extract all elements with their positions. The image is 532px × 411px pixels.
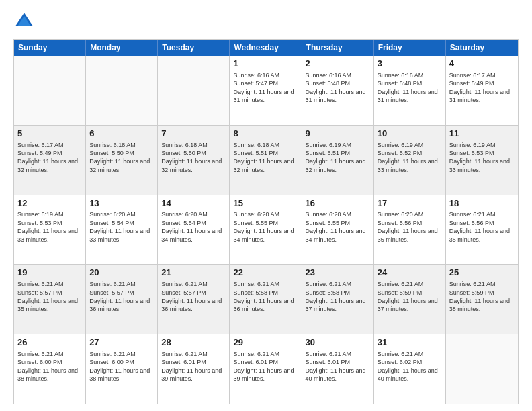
- calendar-week: 19Sunrise: 6:21 AMSunset: 5:57 PMDayligh…: [14, 265, 518, 334]
- cell-info: Sunrise: 6:21 AMSunset: 6:00 PMDaylight:…: [17, 351, 78, 382]
- cell-info: Sunrise: 6:20 AMSunset: 5:54 PMDaylight:…: [89, 211, 150, 242]
- day-number: 18: [449, 198, 515, 210]
- cell-info: Sunrise: 6:18 AMSunset: 5:50 PMDaylight:…: [89, 142, 150, 173]
- calendar-cell: 28Sunrise: 6:21 AMSunset: 6:01 PMDayligh…: [158, 334, 230, 404]
- cal-header-day: Saturday: [446, 40, 518, 56]
- calendar-cell: [14, 56, 86, 125]
- cell-info: Sunrise: 6:19 AMSunset: 5:53 PMDaylight:…: [449, 142, 510, 173]
- calendar-cell: 16Sunrise: 6:20 AMSunset: 5:55 PMDayligh…: [302, 195, 374, 265]
- calendar-cell: 2Sunrise: 6:16 AMSunset: 5:48 PMDaylight…: [302, 56, 374, 125]
- calendar-cell: 6Sunrise: 6:18 AMSunset: 5:50 PMDaylight…: [86, 126, 158, 195]
- cell-info: Sunrise: 6:20 AMSunset: 5:55 PMDaylight:…: [233, 211, 294, 242]
- calendar-cell: 12Sunrise: 6:19 AMSunset: 5:53 PMDayligh…: [14, 195, 86, 265]
- cell-info: Sunrise: 6:17 AMSunset: 5:49 PMDaylight:…: [17, 142, 78, 173]
- day-number: 31: [378, 337, 442, 349]
- day-number: 7: [161, 128, 226, 140]
- cell-info: Sunrise: 6:16 AMSunset: 5:47 PMDaylight:…: [233, 72, 294, 103]
- cell-info: Sunrise: 6:21 AMSunset: 5:58 PMDaylight:…: [233, 281, 294, 312]
- day-number: 9: [306, 128, 370, 140]
- day-number: 4: [449, 58, 515, 70]
- day-number: 11: [449, 128, 515, 140]
- cell-info: Sunrise: 6:16 AMSunset: 5:48 PMDaylight:…: [378, 72, 438, 103]
- calendar-cell: 7Sunrise: 6:18 AMSunset: 5:50 PMDaylight…: [158, 126, 230, 195]
- day-number: 12: [17, 198, 82, 210]
- logo: [13, 11, 38, 32]
- calendar-cell: [158, 56, 230, 125]
- cell-info: Sunrise: 6:19 AMSunset: 5:51 PMDaylight:…: [306, 142, 366, 173]
- calendar-cell: 23Sunrise: 6:21 AMSunset: 5:58 PMDayligh…: [302, 265, 374, 334]
- calendar-cell: 18Sunrise: 6:21 AMSunset: 5:56 PMDayligh…: [446, 195, 518, 265]
- cell-info: Sunrise: 6:21 AMSunset: 5:59 PMDaylight:…: [378, 281, 438, 312]
- cell-info: Sunrise: 6:21 AMSunset: 6:01 PMDaylight:…: [233, 351, 294, 382]
- calendar-cell: 9Sunrise: 6:19 AMSunset: 5:51 PMDaylight…: [302, 126, 374, 195]
- day-number: 1: [233, 58, 298, 70]
- cell-info: Sunrise: 6:20 AMSunset: 5:56 PMDaylight:…: [378, 211, 438, 242]
- cell-info: Sunrise: 6:21 AMSunset: 6:02 PMDaylight:…: [378, 351, 438, 382]
- cell-info: Sunrise: 6:21 AMSunset: 6:01 PMDaylight:…: [306, 351, 366, 382]
- day-number: 19: [17, 267, 82, 279]
- calendar-cell: 26Sunrise: 6:21 AMSunset: 6:00 PMDayligh…: [14, 334, 86, 404]
- calendar-cell: 22Sunrise: 6:21 AMSunset: 5:58 PMDayligh…: [230, 265, 302, 334]
- cal-header-day: Sunday: [14, 40, 86, 56]
- calendar-week: 26Sunrise: 6:21 AMSunset: 6:00 PMDayligh…: [14, 334, 518, 404]
- day-number: 27: [89, 337, 154, 349]
- cal-header-day: Friday: [374, 40, 446, 56]
- cell-info: Sunrise: 6:18 AMSunset: 5:51 PMDaylight:…: [233, 142, 294, 173]
- day-number: 21: [161, 267, 226, 279]
- calendar-cell: 17Sunrise: 6:20 AMSunset: 5:56 PMDayligh…: [374, 195, 446, 265]
- calendar-week: 5Sunrise: 6:17 AMSunset: 5:49 PMDaylight…: [14, 126, 518, 195]
- calendar-cell: 11Sunrise: 6:19 AMSunset: 5:53 PMDayligh…: [446, 126, 518, 195]
- cell-info: Sunrise: 6:21 AMSunset: 5:57 PMDaylight:…: [17, 281, 78, 312]
- day-number: 15: [233, 198, 298, 210]
- header: [13, 11, 519, 32]
- calendar-header: SundayMondayTuesdayWednesdayThursdayFrid…: [14, 40, 518, 56]
- day-number: 2: [306, 58, 370, 70]
- day-number: 30: [306, 337, 370, 349]
- cell-info: Sunrise: 6:20 AMSunset: 5:54 PMDaylight:…: [161, 211, 222, 242]
- cell-info: Sunrise: 6:16 AMSunset: 5:48 PMDaylight:…: [306, 72, 366, 103]
- page: SundayMondayTuesdayWednesdayThursdayFrid…: [0, 0, 532, 411]
- calendar-cell: 1Sunrise: 6:16 AMSunset: 5:47 PMDaylight…: [230, 56, 302, 125]
- cell-info: Sunrise: 6:21 AMSunset: 5:56 PMDaylight:…: [449, 211, 510, 242]
- day-number: 17: [378, 198, 442, 210]
- cal-header-day: Thursday: [302, 40, 374, 56]
- day-number: 29: [233, 337, 298, 349]
- calendar: SundayMondayTuesdayWednesdayThursdayFrid…: [13, 39, 519, 404]
- cal-header-day: Tuesday: [158, 40, 230, 56]
- cell-info: Sunrise: 6:19 AMSunset: 5:52 PMDaylight:…: [378, 142, 438, 173]
- cell-info: Sunrise: 6:21 AMSunset: 5:58 PMDaylight:…: [306, 281, 366, 312]
- cell-info: Sunrise: 6:19 AMSunset: 5:53 PMDaylight:…: [17, 211, 78, 242]
- calendar-cell: 5Sunrise: 6:17 AMSunset: 5:49 PMDaylight…: [14, 126, 86, 195]
- cal-header-day: Monday: [86, 40, 158, 56]
- calendar-cell: 29Sunrise: 6:21 AMSunset: 6:01 PMDayligh…: [230, 334, 302, 404]
- day-number: 23: [306, 267, 370, 279]
- day-number: 13: [89, 198, 154, 210]
- day-number: 28: [161, 337, 226, 349]
- calendar-week: 12Sunrise: 6:19 AMSunset: 5:53 PMDayligh…: [14, 195, 518, 265]
- day-number: 16: [306, 198, 370, 210]
- day-number: 8: [233, 128, 298, 140]
- day-number: 5: [17, 128, 82, 140]
- calendar-cell: 13Sunrise: 6:20 AMSunset: 5:54 PMDayligh…: [86, 195, 158, 265]
- calendar-cell: 24Sunrise: 6:21 AMSunset: 5:59 PMDayligh…: [374, 265, 446, 334]
- day-number: 24: [378, 267, 442, 279]
- calendar-cell: 27Sunrise: 6:21 AMSunset: 6:00 PMDayligh…: [86, 334, 158, 404]
- day-number: 10: [378, 128, 442, 140]
- cal-header-day: Wednesday: [230, 40, 302, 56]
- calendar-week: 1Sunrise: 6:16 AMSunset: 5:47 PMDaylight…: [14, 56, 518, 126]
- calendar-cell: 21Sunrise: 6:21 AMSunset: 5:57 PMDayligh…: [158, 265, 230, 334]
- day-number: 14: [161, 198, 226, 210]
- cell-info: Sunrise: 6:18 AMSunset: 5:50 PMDaylight:…: [161, 142, 222, 173]
- calendar-cell: 3Sunrise: 6:16 AMSunset: 5:48 PMDaylight…: [374, 56, 446, 125]
- calendar-cell: 8Sunrise: 6:18 AMSunset: 5:51 PMDaylight…: [230, 126, 302, 195]
- calendar-cell: [86, 56, 158, 125]
- calendar-cell: 30Sunrise: 6:21 AMSunset: 6:01 PMDayligh…: [302, 334, 374, 404]
- calendar-cell: 31Sunrise: 6:21 AMSunset: 6:02 PMDayligh…: [374, 334, 446, 404]
- calendar-cell: 4Sunrise: 6:17 AMSunset: 5:49 PMDaylight…: [446, 56, 518, 125]
- cell-info: Sunrise: 6:17 AMSunset: 5:49 PMDaylight:…: [449, 72, 510, 103]
- day-number: 3: [378, 58, 442, 70]
- cell-info: Sunrise: 6:21 AMSunset: 6:01 PMDaylight:…: [161, 351, 222, 382]
- cell-info: Sunrise: 6:21 AMSunset: 5:59 PMDaylight:…: [449, 281, 510, 312]
- logo-icon: [13, 11, 35, 32]
- day-number: 22: [233, 267, 298, 279]
